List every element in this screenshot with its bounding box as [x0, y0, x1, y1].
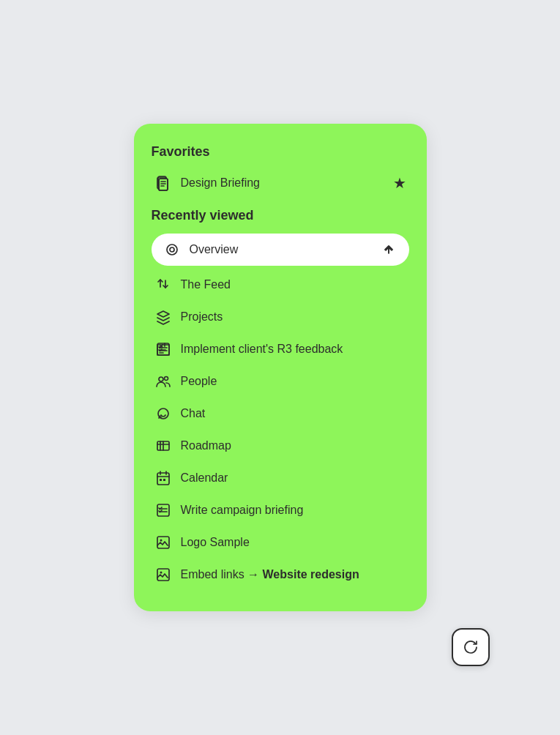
svg-rect-16: [157, 537, 169, 548]
campaign-item[interactable]: Write campaign briefing: [152, 494, 409, 526]
floating-refresh-button[interactable]: [452, 628, 490, 666]
svg-point-5: [167, 245, 177, 255]
refresh-icon: [461, 638, 480, 657]
svg-point-8: [159, 377, 163, 381]
svg-rect-12: [157, 473, 169, 485]
arrow-up-right-icon: [380, 241, 397, 258]
people-label: People: [181, 375, 217, 388]
star-icon: ★: [393, 174, 406, 192]
svg-point-17: [160, 540, 162, 542]
embed-links-item[interactable]: Embed links → Website redesign: [152, 559, 409, 591]
roadmap-label: Roadmap: [181, 439, 231, 452]
campaign-label: Write campaign briefing: [181, 504, 304, 517]
task-campaign-icon: [154, 501, 172, 519]
projects-item[interactable]: Projects: [152, 301, 409, 333]
projects-label: Projects: [181, 310, 223, 324]
favorites-item-label: Design Briefing: [181, 176, 261, 190]
feed-item[interactable]: The Feed: [152, 269, 409, 301]
logo-sample-item[interactable]: Logo Sample: [152, 526, 409, 559]
chat-item[interactable]: Chat: [152, 398, 409, 430]
circle-icon: [163, 241, 181, 258]
task-icon: [154, 340, 172, 358]
overview-label: Overview: [190, 243, 239, 256]
calendar-item[interactable]: Calendar: [152, 462, 409, 494]
svg-rect-13: [160, 479, 162, 481]
people-item[interactable]: People: [152, 365, 409, 398]
favorites-item[interactable]: Design Briefing ★: [152, 170, 409, 196]
image-icon: [154, 534, 172, 551]
svg-point-6: [170, 247, 174, 252]
chat-icon: [154, 405, 172, 422]
task-r3-item[interactable]: Implement client's R3 feedback: [152, 333, 409, 365]
people-icon: [154, 373, 172, 390]
calendar-label: Calendar: [181, 471, 228, 485]
embed-links-label: Embed links → Website redesign: [181, 568, 359, 581]
svg-rect-18: [157, 569, 169, 581]
logo-sample-label: Logo Sample: [181, 536, 250, 549]
recently-viewed-title: Recently viewed: [152, 208, 409, 223]
favorites-title: Favorites: [152, 144, 409, 160]
embed-icon: [154, 566, 172, 583]
svg-rect-14: [163, 479, 165, 481]
svg-point-19: [160, 572, 162, 574]
feed-icon: [154, 276, 172, 294]
calendar-icon: [154, 469, 172, 487]
svg-point-9: [164, 377, 168, 381]
feed-label: The Feed: [181, 278, 231, 291]
document-icon: [154, 174, 172, 192]
roadmap-item[interactable]: Roadmap: [152, 430, 409, 462]
svg-rect-15: [157, 504, 169, 516]
svg-rect-3: [159, 179, 168, 190]
overview-item[interactable]: Overview: [152, 234, 409, 266]
menu-card: Favorites Design Briefing ★ Recently vie…: [134, 124, 427, 611]
chat-label: Chat: [181, 407, 206, 420]
task-r3-label: Implement client's R3 feedback: [181, 343, 343, 356]
roadmap-icon: [154, 437, 172, 455]
layers-icon: [154, 308, 172, 326]
